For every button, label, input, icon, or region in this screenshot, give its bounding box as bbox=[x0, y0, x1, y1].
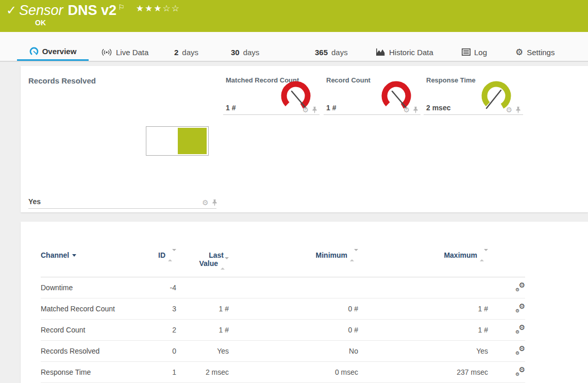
panel-actions: ⚙ bbox=[403, 106, 418, 114]
channel-settings-icon[interactable]: ⚙⚙ bbox=[515, 325, 525, 334]
records-resolved-footer-value: Yes bbox=[28, 197, 41, 206]
channel-id: 1 bbox=[149, 361, 176, 382]
panel-divider bbox=[223, 114, 320, 115]
column-label: ID bbox=[158, 251, 165, 259]
gear-icon: ⚙ bbox=[518, 323, 525, 331]
column-label: Channel bbox=[41, 251, 69, 259]
priority-stars[interactable]: ★★★☆☆ bbox=[136, 3, 180, 13]
table-row: Record Count 2 1 # 0 # 1 # ⚙⚙ bbox=[41, 319, 525, 340]
tab-live-data[interactable]: Live Data bbox=[101, 43, 148, 61]
panel-divider bbox=[28, 208, 216, 209]
tab-overview[interactable]: Overview bbox=[17, 43, 89, 61]
column-label: Last bbox=[176, 251, 229, 259]
channel-settings-icon[interactable]: ⚙⚙ bbox=[515, 282, 525, 291]
gauge-panel-record-count: Record Count 1 # ⚙ bbox=[324, 66, 421, 115]
channel-minimum: 0 # bbox=[229, 298, 358, 319]
gauge-needle bbox=[486, 90, 501, 108]
pin-icon[interactable] bbox=[312, 107, 317, 113]
gauge-title: Response Time bbox=[426, 76, 476, 84]
gear-icon: ⚙ bbox=[518, 302, 525, 310]
gear-icon: ⚙ bbox=[515, 47, 523, 57]
tab-label: days bbox=[331, 48, 348, 57]
channel-minimum bbox=[229, 277, 358, 298]
tab-number: 30 bbox=[231, 48, 240, 57]
gauge-value: 1 # bbox=[326, 104, 336, 112]
gear-icon[interactable]: ⚙ bbox=[506, 106, 512, 114]
overview-panels-card: Records Resolved Yes ⚙ Matched Record Co… bbox=[21, 66, 588, 212]
table-row: Downtime -4 ⚙⚙ bbox=[41, 277, 525, 298]
channel-last-value bbox=[176, 277, 229, 298]
column-header-id[interactable]: ID bbox=[149, 237, 176, 277]
tab-2-days[interactable]: 2 days bbox=[174, 43, 198, 61]
tab-settings[interactable]: ⚙ Settings bbox=[515, 43, 555, 61]
sensor-title-prefix: Sensor bbox=[19, 2, 63, 19]
channel-maximum: 1 # bbox=[358, 319, 488, 340]
gear-icon[interactable]: ⚙ bbox=[403, 106, 410, 114]
channel-minimum: No bbox=[229, 340, 358, 361]
gear-icon[interactable]: ⚙ bbox=[302, 106, 309, 114]
channel-name: Downtime bbox=[41, 277, 149, 298]
gear-icon: ⚙ bbox=[515, 329, 519, 335]
channel-maximum: 237 msec bbox=[358, 361, 488, 382]
channel-table: Channel ID Last Value Minimum Maximum Do… bbox=[41, 237, 525, 383]
tab-30-days[interactable]: 30 days bbox=[231, 43, 259, 61]
tab-label: Live Data bbox=[116, 48, 148, 57]
channel-last-value: 1 # bbox=[176, 298, 229, 319]
gear-icon: ⚙ bbox=[518, 344, 525, 353]
tab-historic-data[interactable]: Historic Data bbox=[376, 43, 433, 61]
gauge-icon bbox=[29, 47, 39, 56]
channel-name: Matched Record Count bbox=[41, 298, 149, 319]
panel-divider bbox=[424, 114, 523, 115]
tab-label: Overview bbox=[42, 47, 77, 56]
channel-id: 2 bbox=[149, 319, 176, 340]
sort-desc-icon bbox=[72, 254, 76, 257]
tab-365-days[interactable]: 365 days bbox=[315, 43, 348, 61]
gear-icon: ⚙ bbox=[515, 372, 519, 377]
channel-minimum: 0 msec bbox=[229, 361, 358, 382]
flag-icon: ⚐ bbox=[118, 3, 125, 11]
gear-icon: ⚙ bbox=[518, 281, 525, 289]
pin-icon[interactable] bbox=[212, 199, 217, 206]
tab-label: Historic Data bbox=[389, 48, 433, 57]
column-label: Minimum bbox=[316, 251, 347, 259]
gear-icon[interactable]: ⚙ bbox=[202, 198, 209, 207]
sort-icon bbox=[221, 259, 229, 268]
gear-icon: ⚙ bbox=[515, 287, 519, 292]
sort-icon bbox=[480, 251, 488, 259]
column-label: Value bbox=[199, 259, 218, 268]
tab-number: 365 bbox=[315, 48, 328, 57]
channel-minimum: 0 # bbox=[229, 319, 358, 340]
sort-icon bbox=[168, 251, 176, 259]
column-header-maximum[interactable]: Maximum bbox=[358, 237, 488, 277]
column-header-channel[interactable]: Channel bbox=[41, 237, 149, 277]
broadcast-icon bbox=[101, 48, 112, 57]
gauge-value: 2 msec bbox=[426, 104, 450, 112]
pin-icon[interactable] bbox=[515, 107, 521, 113]
tab-label: Settings bbox=[527, 48, 555, 57]
pin-icon[interactable] bbox=[413, 107, 418, 113]
sensor-name: DNS v2 bbox=[68, 2, 117, 19]
sensor-header: ✓ Sensor DNS v2 ⚐ ★★★☆☆ OK bbox=[0, 0, 588, 32]
tab-number: 2 bbox=[174, 48, 178, 57]
column-header-minimum[interactable]: Minimum bbox=[229, 237, 358, 277]
tab-log[interactable]: Log bbox=[462, 43, 487, 61]
table-header-row: Channel ID Last Value Minimum Maximum bbox=[41, 237, 525, 277]
channel-last-value: Yes bbox=[176, 340, 229, 361]
records-resolved-title: Records Resolved bbox=[28, 76, 96, 85]
column-header-last-value[interactable]: Last Value bbox=[176, 237, 229, 277]
sensor-overview-page: ✓ Sensor DNS v2 ⚐ ★★★☆☆ OK Overview Live… bbox=[0, 0, 588, 383]
table-row: Response Time 1 2 msec 0 msec 237 msec ⚙… bbox=[41, 361, 525, 382]
gauge-value: 1 # bbox=[226, 104, 236, 112]
channel-last-value: 2 msec bbox=[176, 361, 229, 382]
gear-icon: ⚙ bbox=[515, 351, 519, 356]
channel-settings-icon[interactable]: ⚙⚙ bbox=[515, 346, 525, 355]
channel-name: Response Time bbox=[41, 361, 149, 382]
channel-settings-icon[interactable]: ⚙⚙ bbox=[515, 367, 525, 376]
channel-maximum: Yes bbox=[358, 340, 488, 361]
channel-settings-icon[interactable]: ⚙⚙ bbox=[515, 304, 525, 312]
panel-actions: ⚙ bbox=[202, 198, 217, 207]
sort-icon bbox=[350, 251, 358, 259]
channel-id: -4 bbox=[149, 277, 176, 298]
gauge-title: Record Count bbox=[326, 76, 371, 84]
sensor-status-badge: OK bbox=[35, 19, 46, 27]
